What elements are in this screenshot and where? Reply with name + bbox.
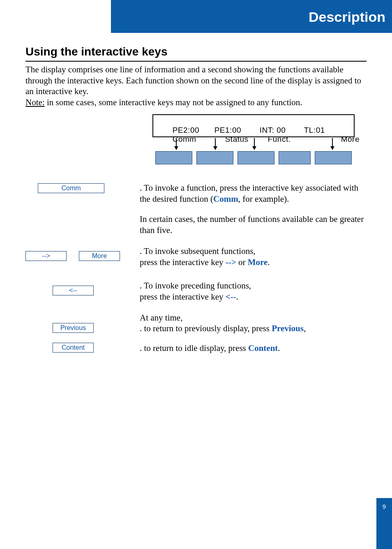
p3b-pre: press the interactive key bbox=[140, 257, 226, 267]
p4-end: . bbox=[236, 292, 238, 302]
p6a: . to return to previously display, press bbox=[140, 323, 272, 333]
next-arrow-button[interactable]: --> bbox=[25, 251, 67, 261]
page-number-band: 9 bbox=[376, 498, 392, 549]
interactive-key[interactable] bbox=[238, 151, 274, 164]
p3-hl1: --> bbox=[226, 257, 236, 267]
note-text: in some cases, some interactive keys may… bbox=[45, 97, 302, 107]
header-title: Description bbox=[309, 9, 385, 25]
para-certain-cases: In certain cases, the number of function… bbox=[140, 214, 370, 235]
lcd2-c1: Comm bbox=[173, 135, 225, 144]
arrow-down-icon bbox=[176, 138, 177, 150]
lcd2-c2: Status bbox=[225, 135, 268, 144]
para-preceding: . To invoke preceding functions, press t… bbox=[140, 280, 370, 302]
p4a: . To invoke preceding functions, bbox=[140, 281, 251, 291]
para-invoke-function: . To invoke a function, press the intera… bbox=[140, 182, 370, 204]
intro-text: The display comprises one line of inform… bbox=[25, 65, 361, 96]
p7b: . bbox=[278, 343, 280, 353]
para-subsequent: . To invoke subsequent functions, press … bbox=[140, 246, 370, 268]
section-heading: Using the interactive keys bbox=[25, 45, 367, 62]
lcd2-c4: More bbox=[341, 135, 360, 143]
p7a: . to return to idle display, press bbox=[140, 343, 248, 353]
p7-hl: Content bbox=[248, 343, 278, 353]
header-band: Description bbox=[111, 0, 392, 33]
para-content: . to return to idle display, press Conte… bbox=[140, 343, 370, 354]
p1-hl: Comm bbox=[213, 194, 238, 204]
interactive-key[interactable] bbox=[196, 151, 233, 164]
p3-hl2: More bbox=[248, 257, 268, 267]
arrow-down-icon bbox=[215, 138, 216, 150]
para-anytime: At any time, bbox=[140, 312, 370, 323]
comm-button[interactable]: Comm bbox=[38, 183, 104, 193]
p4-hl: <-- bbox=[226, 292, 236, 302]
p6b: , bbox=[304, 323, 306, 333]
p4b-pre: press the interactive key bbox=[140, 292, 226, 302]
prev-arrow-button[interactable]: <-- bbox=[53, 286, 94, 295]
interactive-key[interactable] bbox=[279, 151, 311, 164]
arrow-down-icon bbox=[332, 138, 333, 150]
note-label: Note: bbox=[25, 97, 45, 107]
interactive-key[interactable] bbox=[315, 151, 352, 164]
lcd2-c3: Funct. bbox=[268, 135, 341, 144]
lcd-display: PE2:00PE1:00INT: 00TL:01 CommStatusFunct… bbox=[152, 114, 355, 137]
p3-mid: or bbox=[236, 257, 248, 267]
content-button[interactable]: Content bbox=[53, 343, 94, 353]
p3a: . To invoke subsequent functions, bbox=[140, 246, 256, 256]
p6-hl: Previous bbox=[272, 323, 304, 333]
p3-end: . bbox=[267, 257, 270, 267]
page-number: 9 bbox=[376, 503, 392, 510]
interactive-key[interactable] bbox=[155, 151, 192, 164]
page: Description Using the interactive keys T… bbox=[0, 0, 392, 549]
arrow-down-icon bbox=[254, 138, 255, 150]
lcd-line2: CommStatusFunct.More bbox=[158, 126, 360, 153]
p1b: , for example). bbox=[238, 194, 289, 204]
para-previous: . to return to previously display, press… bbox=[140, 323, 370, 334]
more-button[interactable]: More bbox=[79, 251, 120, 261]
previous-button[interactable]: Previous bbox=[53, 323, 94, 333]
intro-paragraph: The display comprises one line of inform… bbox=[25, 64, 369, 108]
